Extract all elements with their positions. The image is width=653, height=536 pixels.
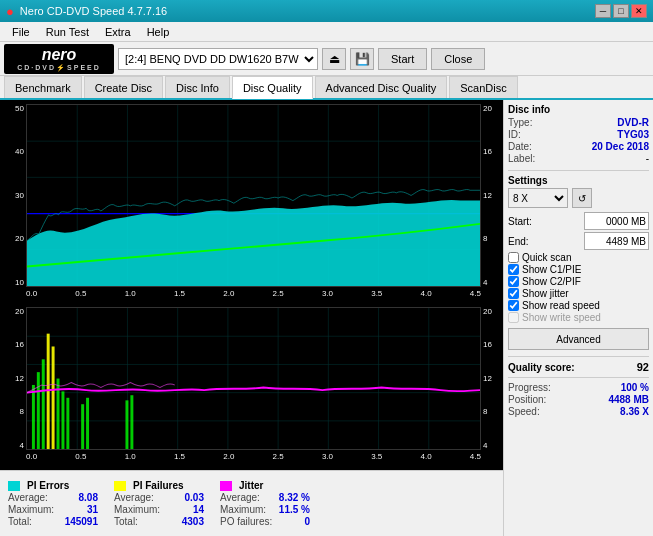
pi-errors-max-label: Maximum: (8, 504, 54, 515)
id-value: TYG03 (617, 129, 649, 140)
jitter-avg-value: 8.32 % (279, 492, 310, 503)
save-icon-button[interactable]: 💾 (350, 48, 374, 70)
jitter-max-label: Maximum: (220, 504, 266, 515)
show-jitter-checkbox[interactable] (508, 288, 519, 299)
pi-errors-avg-label: Average: (8, 492, 48, 503)
position-label: Position: (508, 394, 546, 405)
right-panel: Disc info Type: DVD-R ID: TYG03 Date: 20… (503, 100, 653, 536)
pi-errors-total-label: Total: (8, 516, 32, 527)
quality-label: Quality score: (508, 362, 575, 373)
pi-errors-total-value: 145091 (65, 516, 98, 527)
end-label: End: (508, 236, 529, 247)
chart2: 20161284 20161284 (4, 307, 499, 466)
eject-icon-button[interactable]: ⏏ (322, 48, 346, 70)
show-write-speed-row: Show write speed (508, 312, 649, 323)
titlebar: ● Nero CD-DVD Speed 4.7.7.16 ─ □ ✕ (0, 0, 653, 22)
pi-errors-stats: PI Errors Average: 8.08 Maximum: 31 Tota… (8, 480, 98, 527)
date-value: 20 Dec 2018 (592, 141, 649, 152)
pi-failures-total-value: 4303 (182, 516, 204, 527)
maximize-button[interactable]: □ (613, 4, 629, 18)
pi-errors-title: PI Errors (27, 480, 69, 491)
svg-rect-31 (61, 391, 64, 449)
progress-value: 100 % (621, 382, 649, 393)
show-read-speed-label: Show read speed (522, 300, 600, 311)
po-failures-value: 0 (304, 516, 310, 527)
label-value: - (646, 153, 649, 164)
show-c1-row: Show C1/PIE (508, 264, 649, 275)
end-input[interactable] (584, 232, 649, 250)
po-failures-label: PO failures: (220, 516, 272, 527)
show-jitter-label: Show jitter (522, 288, 569, 299)
quick-scan-checkbox[interactable] (508, 252, 519, 263)
close-button[interactable]: ✕ (631, 4, 647, 18)
pi-failures-avg-value: 0.03 (185, 492, 204, 503)
start-button[interactable]: Start (378, 48, 427, 70)
toolbar: nero CD·DVD⚡SPEED [2:4] BENQ DVD DD DW16… (0, 42, 653, 76)
show-read-speed-row: Show read speed (508, 300, 649, 311)
show-jitter-row: Show jitter (508, 288, 649, 299)
refresh-button[interactable]: ↺ (572, 188, 592, 208)
svg-rect-35 (125, 400, 128, 449)
divider1 (508, 170, 649, 171)
speed-select[interactable]: 8 X 4 X 6 X MAX (508, 188, 568, 208)
svg-rect-25 (32, 385, 35, 449)
tab-create-disc[interactable]: Create Disc (84, 76, 163, 98)
menu-help[interactable]: Help (139, 24, 178, 40)
start-label: Start: (508, 216, 532, 227)
svg-rect-32 (66, 398, 69, 449)
tabbar: Benchmark Create Disc Disc Info Disc Qua… (0, 76, 653, 100)
pi-errors-max-value: 31 (87, 504, 98, 515)
divider3 (508, 377, 649, 378)
start-row: Start: (508, 212, 649, 230)
show-write-speed-checkbox (508, 312, 519, 323)
close-app-button[interactable]: Close (431, 48, 485, 70)
progress-label: Progress: (508, 382, 551, 393)
show-write-speed-label: Show write speed (522, 312, 601, 323)
settings-section: Settings 8 X 4 X 6 X MAX ↺ Start: End: (508, 175, 649, 350)
drive-select[interactable]: [2:4] BENQ DVD DD DW1620 B7W9 (118, 48, 318, 70)
disc-info-section: Disc info Type: DVD-R ID: TYG03 Date: 20… (508, 104, 649, 164)
titlebar-buttons: ─ □ ✕ (595, 4, 647, 18)
date-label: Date: (508, 141, 532, 152)
tab-benchmark[interactable]: Benchmark (4, 76, 82, 98)
quick-scan-row: Quick scan (508, 252, 649, 263)
jitter-stats: Jitter Average: 8.32 % Maximum: 11.5 % P… (220, 480, 310, 527)
type-value: DVD-R (617, 117, 649, 128)
tab-disc-quality[interactable]: Disc Quality (232, 76, 313, 99)
jitter-title: Jitter (239, 480, 263, 491)
svg-rect-27 (42, 359, 45, 449)
pi-failures-stats: PI Failures Average: 0.03 Maximum: 14 To… (114, 480, 204, 527)
svg-rect-33 (81, 404, 84, 449)
app-title: Nero CD-DVD Speed 4.7.7.16 (20, 5, 167, 17)
tab-scan-disc[interactable]: ScanDisc (449, 76, 517, 98)
minimize-button[interactable]: ─ (595, 4, 611, 18)
menubar: File Run Test Extra Help (0, 22, 653, 42)
menu-file[interactable]: File (4, 24, 38, 40)
settings-title: Settings (508, 175, 649, 186)
menu-extra[interactable]: Extra (97, 24, 139, 40)
show-c2-checkbox[interactable] (508, 276, 519, 287)
show-read-speed-checkbox[interactable] (508, 300, 519, 311)
progress-section: Progress: 100 % Position: 4488 MB Speed:… (508, 382, 649, 417)
tab-disc-info[interactable]: Disc Info (165, 76, 230, 98)
pi-failures-max-label: Maximum: (114, 504, 160, 515)
pi-failures-avg-label: Average: (114, 492, 154, 503)
speed-label: Speed: (508, 406, 540, 417)
label-label: Label: (508, 153, 535, 164)
jitter-color (220, 481, 232, 491)
svg-rect-26 (37, 372, 40, 449)
svg-rect-36 (130, 395, 133, 449)
quality-section: Quality score: 92 (508, 361, 649, 373)
main-content: 5040302010 20161284 (0, 100, 653, 536)
menu-run-test[interactable]: Run Test (38, 24, 97, 40)
disc-info-title: Disc info (508, 104, 649, 115)
jitter-avg-label: Average: (220, 492, 260, 503)
tab-advanced-disc-quality[interactable]: Advanced Disc Quality (315, 76, 448, 98)
start-input[interactable] (584, 212, 649, 230)
svg-rect-29 (52, 346, 55, 449)
type-label: Type: (508, 117, 532, 128)
id-label: ID: (508, 129, 521, 140)
advanced-button[interactable]: Advanced (508, 328, 649, 350)
show-c1-checkbox[interactable] (508, 264, 519, 275)
svg-rect-34 (86, 398, 89, 449)
